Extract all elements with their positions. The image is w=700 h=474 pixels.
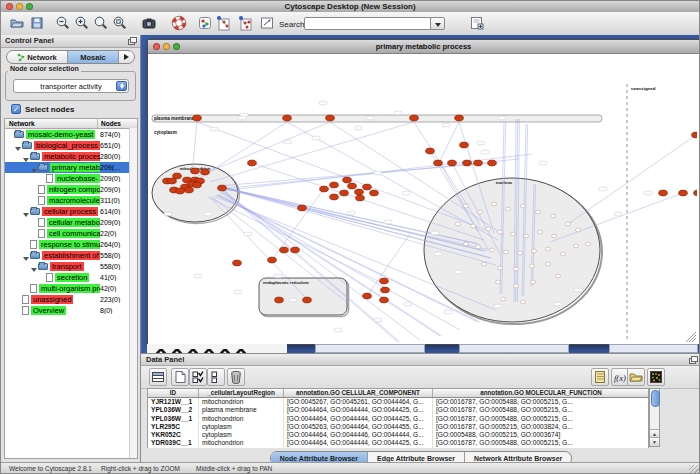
tree-row[interactable]: establishment of lo558(0) [5, 250, 137, 261]
scrollbar-thumb[interactable] [651, 390, 660, 407]
tree-row[interactable]: multi-organism pro42(0) [5, 283, 137, 294]
column-header[interactable]: _cellularLayoutRegion [199, 389, 284, 397]
table-row[interactable]: YKR052Ccytoplasm[GO:0044464, GO:0044446,… [147, 431, 649, 439]
import-attributes-icon[interactable] [591, 368, 609, 386]
column-header[interactable]: ID [148, 389, 199, 397]
tree-body[interactable]: mosaic-demo-yeast874(0)biological_proces… [5, 129, 137, 316]
tree-scrollbar-track[interactable] [129, 128, 137, 458]
select-nodes-checkbox[interactable]: ✓ [11, 104, 21, 114]
background-window-fragment [147, 344, 287, 353]
network-window[interactable]: primary metabolic process plasma membran… [147, 39, 700, 345]
attribute-grid-icon[interactable] [149, 368, 167, 386]
help-lifesaver-icon[interactable] [171, 15, 188, 32]
open-session-icon[interactable] [9, 15, 26, 32]
close-button[interactable] [6, 3, 13, 10]
tree-column-network[interactable]: Network [5, 119, 98, 128]
minimize-button[interactable] [16, 3, 23, 10]
search-dropdown-button[interactable] [430, 17, 445, 30]
dropdown-stepper-icon[interactable] [116, 81, 127, 91]
node-color-dropdown[interactable]: transporter activity [13, 79, 129, 93]
open-attribute-file-icon[interactable] [627, 368, 645, 386]
tab-mosaic[interactable]: Mosaic [68, 51, 119, 63]
network-minimize-button[interactable] [163, 43, 170, 50]
zoom-out-icon[interactable] [55, 15, 72, 32]
tree-column-nodes[interactable]: Nodes [98, 119, 137, 128]
matrix-view-icon[interactable] [647, 368, 665, 386]
search-options-icon[interactable] [259, 15, 276, 32]
network-zoom-button[interactable] [173, 43, 180, 50]
data-panel-titlebar[interactable]: Data Panel [141, 354, 700, 366]
tree-row[interactable]: cellular metabo209(0) [5, 217, 137, 228]
tree-item-label[interactable]: response to stimulu [39, 240, 100, 249]
table-row[interactable]: YLR295Ccytoplasm[GO:0045263, GO:0044464,… [147, 423, 649, 431]
tree-row[interactable]: cellular process614(0) [5, 206, 137, 217]
tree-item-label[interactable]: cell communicat [47, 229, 100, 238]
table-body[interactable]: YJR121W__1mitochondrion[GO:0045267, GO:0… [147, 398, 649, 448]
tree-item-label[interactable]: macromolecule [47, 196, 100, 205]
table-row[interactable]: YJR121W__1mitochondrion[GO:0045267, GO:0… [147, 398, 649, 406]
tab-overflow-arrow-icon[interactable] [119, 51, 134, 63]
tree-item-label[interactable]: cellular process [42, 207, 98, 216]
network-canvas[interactable]: plasma membranecytoplasmmitochondrionnuc… [148, 54, 697, 344]
tree-row[interactable]: transport558(0) [5, 261, 137, 272]
table-row[interactable]: YPL036W__2plasma membrane[GO:0044464, GO… [147, 406, 649, 414]
tree-item-label[interactable]: nucleobase- [55, 174, 100, 183]
zoom-fit-icon[interactable] [112, 15, 129, 32]
tree-item-label[interactable]: unassigned [31, 295, 73, 304]
column-header[interactable]: annotation.GO MOLECULAR_FUNCTION [433, 389, 650, 397]
layout-plugin-b-icon[interactable] [237, 15, 254, 32]
float-panel-icon[interactable] [689, 356, 697, 363]
create-attribute-icon[interactable] [171, 368, 189, 386]
table-cell: [GO:0045263, GO:0044464, GO:0044455, G..… [284, 423, 433, 431]
search-settings-icon[interactable] [469, 15, 486, 32]
tree-row[interactable]: nucleobase-209(0) [5, 173, 137, 184]
tree-item-label[interactable]: primary metabo [50, 163, 100, 172]
tree-item-label[interactable]: establishment of lo [42, 251, 100, 260]
network-window-titlebar[interactable]: primary metabolic process [148, 40, 699, 54]
zoom-selected-icon[interactable] [93, 15, 110, 32]
tree-row[interactable]: metabolic process280(0) [5, 151, 137, 162]
tree-item-label[interactable]: nitrogen compo [47, 185, 100, 194]
table-scrollbar[interactable]: ▲ ▼ [649, 388, 660, 447]
table-cell: [GO:0005488, GO:0005215, GO:0003674] [433, 431, 650, 439]
mosaic-plugin-icon[interactable] [197, 15, 214, 32]
tree-row[interactable]: primary metabo209(... [5, 162, 137, 173]
tree-row[interactable]: unassigned223(0) [5, 294, 137, 305]
snapshot-camera-icon[interactable] [141, 15, 158, 32]
tree-row[interactable]: secretion41(0) [5, 272, 137, 283]
tree-row[interactable]: mosaic-demo-yeast874(0) [5, 129, 137, 140]
tab-network[interactable]: Network [7, 51, 68, 63]
float-panel-icon[interactable] [128, 37, 136, 44]
network-close-button[interactable] [153, 43, 160, 50]
zoom-button[interactable] [26, 3, 33, 10]
delete-attribute-trash-icon[interactable] [227, 368, 245, 386]
save-session-icon[interactable] [29, 15, 46, 32]
tree-item-label[interactable]: transport [50, 262, 84, 271]
table-row[interactable]: YDR039C__1mitochondrion[GO:0044464, GO:0… [147, 439, 649, 447]
unselect-attributes-icon[interactable] [207, 368, 225, 386]
tree-item-label[interactable]: cellular metabo [47, 218, 100, 227]
tree-item-label[interactable]: multi-organism pro [39, 284, 100, 293]
tree-row[interactable]: Overview8(0) [5, 305, 137, 316]
scroll-down-icon[interactable]: ▼ [650, 437, 659, 446]
tree-item-label[interactable]: mosaic-demo-yeast [26, 130, 95, 139]
table-cell: cytoplasm [199, 431, 284, 439]
tree-row[interactable]: cell communicat22(0) [5, 228, 137, 239]
search-input[interactable] [304, 17, 432, 30]
tree-item-label[interactable]: biological_process [34, 141, 100, 150]
zoom-in-icon[interactable] [74, 15, 91, 32]
select-attributes-icon[interactable] [189, 368, 207, 386]
tree-row[interactable]: nitrogen compo209(0) [5, 184, 137, 195]
canvas-resize-grip[interactable] [686, 332, 696, 342]
tree-item-label[interactable]: metabolic process [42, 152, 100, 161]
layout-plugin-a-icon[interactable] [215, 15, 232, 32]
attribute-table[interactable]: ID_cellularLayoutRegionannotation.GO CEL… [147, 388, 649, 448]
column-header[interactable]: annotation.GO CELLULAR_COMPONENT [284, 389, 433, 397]
table-row[interactable]: YPL036W__1mitochondrion[GO:0044464, GO:0… [147, 415, 649, 423]
control-panel-titlebar[interactable]: Control Panel [1, 35, 140, 48]
tree-item-label[interactable]: Overview [31, 306, 66, 315]
network-tree[interactable]: Network Nodes mosaic-demo-yeast874(0)bio… [4, 118, 138, 459]
tree-item-label[interactable]: secretion [55, 273, 89, 282]
window-resize-grip[interactable] [689, 465, 699, 474]
table-cell: [GO:0044464, GO:0044444, GO:0044425, G..… [284, 439, 433, 447]
